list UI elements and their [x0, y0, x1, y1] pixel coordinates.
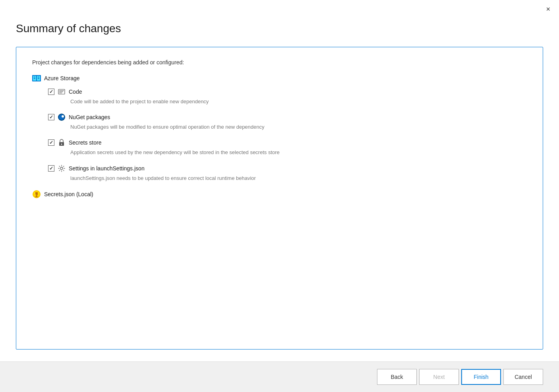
secrets-label: Secrets store	[69, 139, 101, 146]
items-list: Code Code will be added to the project t…	[48, 88, 527, 182]
dependency-name: Azure Storage	[44, 75, 80, 81]
code-checkbox[interactable]	[48, 89, 54, 95]
settings-label: Settings in launchSettings.json	[69, 165, 145, 172]
dependency-group: Azure Storage	[32, 75, 527, 199]
description-text: Project changes for dependencies being a…	[32, 59, 527, 66]
cancel-button[interactable]: Cancel	[503, 369, 543, 385]
main-content: Project changes for dependencies being a…	[0, 43, 559, 361]
secrets-json-row: Secrets.json (Local)	[32, 190, 527, 199]
azure-storage-icon	[32, 75, 41, 81]
svg-rect-20	[35, 197, 38, 197]
nuget-label: NuGet packages	[69, 114, 110, 120]
svg-rect-6	[38, 78, 39, 79]
secrets-description: Application secrets used by the new depe…	[70, 149, 527, 156]
settings-checkbox[interactable]	[48, 165, 54, 172]
footer: Back Next Finish Cancel	[0, 361, 559, 392]
nuget-icon	[58, 113, 66, 121]
svg-rect-3	[34, 77, 35, 77]
close-button[interactable]: ×	[544, 4, 553, 14]
list-item: NuGet packages NuGet packages will be mo…	[48, 113, 527, 131]
back-button[interactable]: Back	[377, 369, 417, 385]
svg-point-15	[61, 144, 62, 145]
summary-box: Project changes for dependencies being a…	[16, 47, 543, 350]
secrets-json-icon	[32, 190, 41, 199]
svg-point-16	[60, 167, 63, 170]
list-item: Settings in launchSettings.json launchSe…	[48, 164, 527, 182]
secrets-json-label: Secrets.json (Local)	[44, 191, 93, 197]
settings-description: launchSettings.json needs to be updated …	[70, 175, 527, 182]
code-icon	[58, 88, 66, 96]
page-header: Summary of changes	[0, 14, 559, 43]
code-description: Code will be added to the project to ena…	[70, 98, 527, 105]
item-header-code: Code	[48, 88, 527, 96]
code-label: Code	[69, 89, 82, 95]
svg-rect-5	[34, 78, 35, 79]
lock-icon	[58, 139, 66, 147]
title-bar: ×	[0, 0, 559, 14]
svg-point-13	[62, 115, 64, 118]
list-item: Secrets store Application secrets used b…	[48, 139, 527, 156]
nuget-description: NuGet packages will be modified to ensur…	[70, 124, 527, 131]
item-header-nuget: NuGet packages	[48, 113, 527, 121]
svg-rect-4	[38, 77, 39, 77]
page-title: Summary of changes	[16, 22, 543, 35]
item-header-secrets: Secrets store	[48, 139, 527, 147]
secrets-checkbox[interactable]	[48, 139, 54, 146]
next-button[interactable]: Next	[419, 369, 459, 385]
item-header-settings: Settings in launchSettings.json	[48, 164, 527, 172]
nuget-checkbox[interactable]	[48, 114, 54, 120]
svg-rect-19	[36, 195, 37, 197]
finish-button[interactable]: Finish	[461, 369, 501, 385]
dependency-header: Azure Storage	[32, 75, 527, 81]
settings-icon	[58, 164, 66, 172]
list-item: Code Code will be added to the project t…	[48, 88, 527, 105]
